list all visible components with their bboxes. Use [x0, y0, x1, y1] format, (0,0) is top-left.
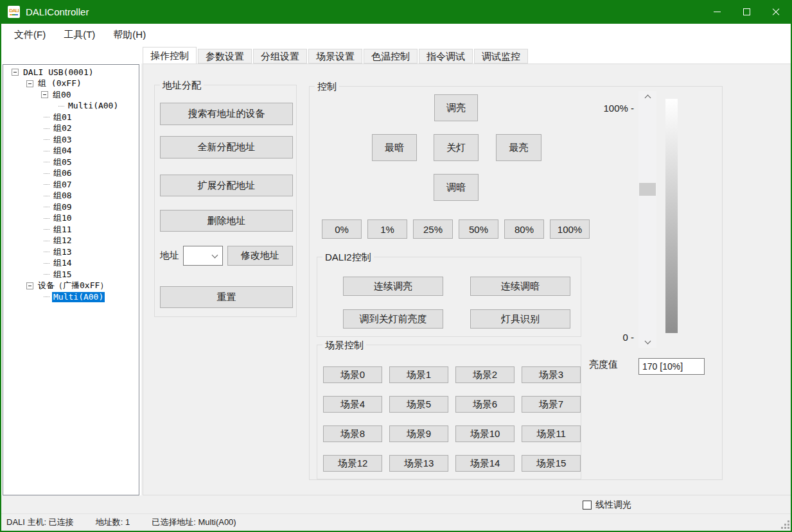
tree-connector-line [44, 218, 49, 219]
extend-assign-addresses-button[interactable]: 扩展分配地址 [160, 175, 293, 196]
app-window: DALI DALIController 文件(F)工具(T)帮助(H) DALI… [0, 0, 792, 532]
menu-item-0[interactable]: 文件(F) [5, 25, 55, 45]
tree-collapse-icon[interactable] [12, 69, 19, 76]
continuous-dim-down-button[interactable]: 连续调暗 [470, 277, 570, 296]
percent-button-25[interactable]: 25% [413, 219, 453, 239]
tree-item-1[interactable]: 组 (0xFF) [3, 78, 139, 90]
tree-collapse-icon[interactable] [26, 282, 33, 289]
resize-grip-icon[interactable] [780, 520, 789, 529]
scene-button-5[interactable]: 场景5 [389, 396, 448, 413]
tab-4[interactable]: 色温控制 [364, 49, 418, 64]
percent-button-1[interactable]: 1% [367, 219, 407, 239]
tree-item-3[interactable]: Multi(A00) [3, 101, 139, 112]
tree-item-9[interactable]: 组06 [3, 168, 139, 180]
percent-button-50[interactable]: 50% [459, 219, 498, 239]
tree-item-label: 设备（广播0xFF） [37, 280, 109, 291]
tree-item-19[interactable]: 设备（广播0xFF） [3, 280, 139, 292]
tree-item-14[interactable]: 组11 [3, 224, 139, 236]
restore-pre-off-level-button[interactable]: 调到关灯前亮度 [343, 309, 443, 329]
close-button[interactable] [761, 0, 791, 24]
scene-control-title: 场景控制 [322, 339, 366, 351]
min-brightness-button[interactable]: 最暗 [372, 134, 417, 161]
scene-button-9[interactable]: 场景9 [389, 425, 448, 442]
address-allocation-groupbox: 地址分配 搜索有地址的设备 全新分配地址 扩展分配地址 删除地址 地址 修改地址… [154, 85, 297, 317]
tree-item-0[interactable]: DALI USB(0001) [3, 67, 139, 78]
tree-item-4[interactable]: 组01 [3, 112, 139, 123]
menu-item-2[interactable]: 帮助(H) [104, 25, 155, 45]
tree-item-7[interactable]: 组04 [3, 146, 139, 157]
max-brightness-button[interactable]: 最亮 [496, 134, 541, 161]
brightness-gradient-bar [665, 99, 678, 333]
scene-button-2[interactable]: 场景2 [455, 366, 515, 383]
tree-collapse-icon[interactable] [41, 91, 48, 98]
tree-item-18[interactable]: 组15 [3, 269, 139, 280]
luminaire-identify-button[interactable]: 灯具识别 [470, 309, 570, 329]
tree-connector-line [44, 162, 49, 162]
scene-button-11[interactable]: 场景11 [522, 425, 581, 442]
slider-max-label: 100% - [586, 103, 634, 114]
scene-button-4[interactable]: 场景4 [323, 396, 382, 413]
tree-item-12[interactable]: 组09 [3, 202, 139, 213]
scene-button-8[interactable]: 场景8 [323, 425, 382, 442]
tab-0[interactable]: 操作控制 [143, 47, 197, 64]
tree-item-17[interactable]: 组14 [3, 258, 139, 270]
scrollbar-up-button[interactable] [638, 91, 656, 102]
tree-item-6[interactable]: 组03 [3, 134, 139, 146]
tree-connector-line [44, 196, 49, 196]
assign-new-addresses-button[interactable]: 全新分配地址 [160, 136, 293, 159]
percent-button-80[interactable]: 80% [504, 219, 544, 239]
linear-dimming-label: 线性调光 [595, 499, 631, 511]
tree-item-11[interactable]: 组08 [3, 191, 139, 202]
scene-button-15[interactable]: 场景15 [522, 455, 581, 472]
scrollbar-track[interactable] [638, 102, 656, 337]
scene-button-12[interactable]: 场景12 [323, 455, 382, 472]
scene-button-10[interactable]: 场景10 [455, 425, 515, 442]
tree-item-8[interactable]: 组05 [3, 157, 139, 168]
reset-button[interactable]: 重置 [160, 286, 293, 308]
tree-item-2[interactable]: 组00 [3, 89, 139, 101]
tab-6[interactable]: 调试监控 [474, 49, 528, 64]
search-addressed-devices-button[interactable]: 搜索有地址的设备 [160, 103, 293, 125]
scene-button-7[interactable]: 场景7 [522, 396, 581, 413]
tree-item-20[interactable]: Multi(A00) [3, 291, 139, 303]
dim-down-button[interactable]: 调暗 [434, 174, 479, 201]
linear-dimming-checkbox[interactable] [583, 501, 592, 510]
tree-item-label: DALI USB(0001) [22, 67, 95, 78]
address-combobox[interactable] [183, 246, 223, 266]
tree-item-15[interactable]: 组12 [3, 236, 139, 247]
tree-item-16[interactable]: 组13 [3, 246, 139, 258]
tab-2[interactable]: 分组设置 [253, 49, 307, 64]
continuous-dim-up-button[interactable]: 连续调亮 [343, 277, 443, 296]
menu-item-1[interactable]: 工具(T) [55, 25, 104, 45]
maximize-button[interactable] [732, 0, 761, 24]
dim-up-button[interactable]: 调亮 [434, 94, 478, 121]
delete-address-button[interactable]: 删除地址 [160, 210, 293, 232]
tree-connector-line [44, 229, 49, 230]
tree-item-label: 组08 [52, 191, 73, 201]
tree-item-13[interactable]: 组10 [3, 213, 139, 225]
modify-address-button[interactable]: 修改地址 [227, 246, 293, 266]
tab-5[interactable]: 指令调试 [419, 49, 473, 64]
brightness-value-field[interactable]: 170 [10%] [638, 358, 705, 375]
tab-1[interactable]: 参数设置 [198, 49, 252, 64]
tree-collapse-icon[interactable] [26, 80, 33, 87]
scrollbar-thumb[interactable] [639, 183, 656, 196]
percent-button-100[interactable]: 100% [550, 219, 590, 239]
scene-button-6[interactable]: 场景6 [455, 396, 515, 413]
scene-button-13[interactable]: 场景13 [389, 455, 448, 472]
scrollbar-down-button[interactable] [638, 337, 656, 348]
minimize-button[interactable] [702, 0, 732, 24]
status-item-2: 已选择地址: Multi(A00) [152, 517, 236, 528]
scene-button-14[interactable]: 场景14 [455, 455, 515, 472]
tab-3[interactable]: 场景设置 [308, 49, 362, 64]
brightness-scrollbar[interactable] [638, 91, 656, 348]
tree-connector-line [44, 184, 49, 185]
tree-item-10[interactable]: 组07 [3, 179, 139, 191]
light-off-button[interactable]: 关灯 [434, 134, 479, 161]
percent-button-0[interactable]: 0% [322, 219, 362, 239]
scene-button-1[interactable]: 场景1 [389, 366, 448, 383]
scene-button-0[interactable]: 场景0 [323, 366, 382, 383]
scene-button-3[interactable]: 场景3 [522, 366, 581, 383]
tree-connector-line [58, 106, 64, 107]
tree-item-5[interactable]: 组02 [3, 123, 139, 135]
